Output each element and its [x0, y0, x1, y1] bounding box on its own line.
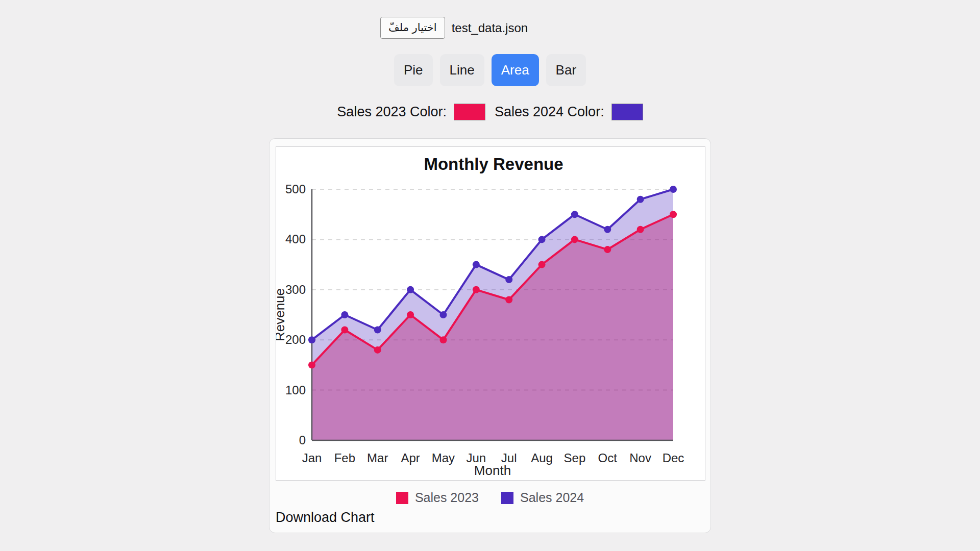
chart-type-button-bar[interactable]: Bar	[546, 54, 586, 86]
svg-text:Oct: Oct	[598, 451, 618, 465]
color-swatch-input-0[interactable]	[454, 104, 485, 120]
svg-text:Revenue: Revenue	[276, 288, 287, 341]
chart-type-button-line[interactable]: Line	[440, 54, 484, 86]
chart-card: 0100200300400500JanFebMarAprMayJunJulAug…	[269, 138, 711, 533]
legend-label: Sales 2024	[520, 490, 584, 505]
chart-legend: Sales 2023Sales 2024	[276, 490, 704, 505]
color-picker-group-0: Sales 2023 Color:	[337, 104, 485, 120]
svg-text:Jan: Jan	[302, 451, 322, 465]
svg-text:Aug: Aug	[531, 451, 553, 465]
legend-item-sales-2024[interactable]: Sales 2024	[501, 490, 584, 505]
series-color-label: Sales 2023 Color:	[337, 104, 447, 120]
series-color-pickers: Sales 2023 Color:Sales 2024 Color:	[0, 104, 980, 120]
file-input-row: اختيار ملفّ test_data.json	[380, 17, 600, 39]
svg-text:200: 200	[285, 333, 306, 346]
file-choose-button[interactable]: اختيار ملفّ	[380, 17, 445, 39]
svg-text:Apr: Apr	[401, 451, 420, 465]
svg-text:Monthly Revenue: Monthly Revenue	[424, 155, 563, 173]
file-name-text: test_data.json	[452, 21, 528, 35]
series-color-label: Sales 2024 Color:	[495, 104, 604, 120]
chart-type-buttons: PieLineAreaBar	[0, 54, 980, 86]
download-chart-link[interactable]: Download Chart	[276, 510, 375, 525]
legend-label: Sales 2023	[415, 490, 479, 505]
svg-text:Feb: Feb	[334, 451, 355, 465]
svg-text:Month: Month	[474, 463, 511, 478]
area-chart-svg: 0100200300400500JanFebMarAprMayJunJulAug…	[276, 147, 705, 480]
svg-text:Mar: Mar	[367, 451, 388, 465]
legend-item-sales-2023[interactable]: Sales 2023	[396, 490, 479, 505]
chart-canvas: 0100200300400500JanFebMarAprMayJunJulAug…	[276, 146, 705, 481]
svg-text:0: 0	[299, 433, 306, 447]
svg-text:400: 400	[285, 233, 306, 246]
color-picker-group-1: Sales 2024 Color:	[495, 104, 643, 120]
chart-type-button-pie[interactable]: Pie	[394, 54, 433, 86]
svg-text:500: 500	[285, 182, 306, 196]
legend-swatch	[396, 492, 408, 504]
svg-text:100: 100	[285, 383, 306, 397]
legend-swatch	[501, 492, 513, 504]
svg-text:300: 300	[285, 283, 306, 296]
color-swatch-input-1[interactable]	[611, 104, 643, 120]
chart-app: اختيار ملفّ test_data.json PieLineAreaBa…	[0, 0, 980, 551]
svg-text:May: May	[432, 451, 455, 465]
chart-type-button-area[interactable]: Area	[492, 54, 539, 86]
svg-text:Dec: Dec	[663, 451, 684, 465]
svg-text:Sep: Sep	[564, 451, 586, 465]
svg-text:Nov: Nov	[629, 451, 651, 465]
